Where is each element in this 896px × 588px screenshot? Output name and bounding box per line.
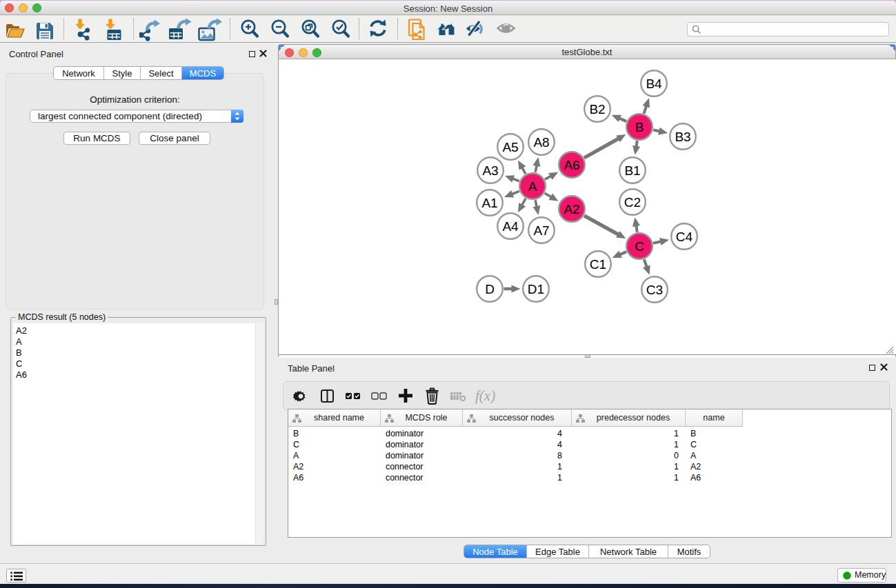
- svg-text:B3: B3: [675, 130, 690, 144]
- svg-text:D1: D1: [528, 282, 544, 296]
- svg-text:A6: A6: [564, 158, 579, 172]
- svg-text:D: D: [485, 282, 495, 296]
- svg-text:f(x): f(x): [475, 387, 495, 404]
- svg-text:B4: B4: [646, 77, 662, 91]
- svg-text:B: B: [635, 120, 644, 134]
- svg-text:C4: C4: [676, 230, 693, 244]
- svg-text:C2: C2: [624, 195, 641, 210]
- svg-text:B1: B1: [624, 163, 640, 178]
- svg-text:A4: A4: [502, 219, 519, 234]
- svg-text:A3: A3: [482, 163, 498, 178]
- svg-text:C3: C3: [646, 283, 663, 297]
- svg-text:A1: A1: [481, 196, 497, 210]
- svg-text:A8: A8: [533, 135, 549, 150]
- svg-text:B2: B2: [589, 102, 605, 116]
- svg-text:C: C: [635, 239, 644, 254]
- svg-text:A5: A5: [502, 140, 518, 154]
- svg-text:A7: A7: [533, 223, 549, 238]
- svg-text:A: A: [528, 179, 537, 194]
- svg-text:C1: C1: [590, 257, 606, 272]
- svg-text:A2: A2: [564, 202, 579, 216]
